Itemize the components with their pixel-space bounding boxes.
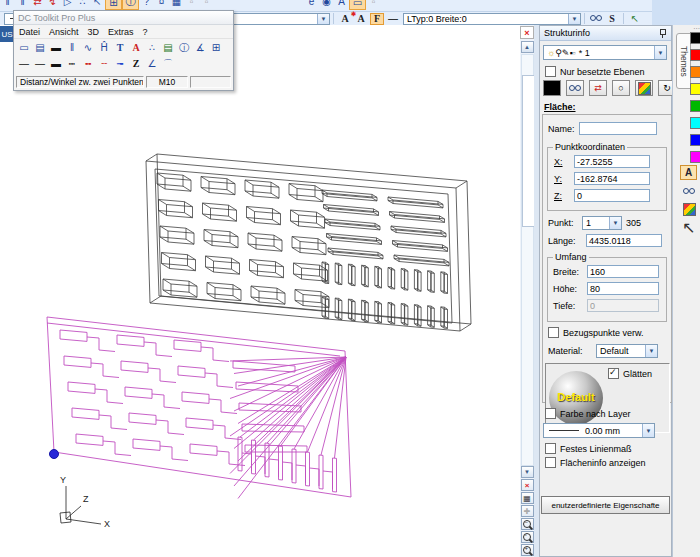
z-icon[interactable]: Z xyxy=(128,57,144,71)
chevron-down-icon[interactable]: ▼ xyxy=(642,424,654,437)
font-increase-button[interactable]: A✱ xyxy=(338,13,352,25)
bold-line-icon[interactable]: ▬ xyxy=(48,41,64,55)
palette-swatch[interactable] xyxy=(690,100,700,112)
dimension-icon[interactable]: Ĥ xyxy=(96,41,112,55)
chevron-down-icon[interactable]: ▼ xyxy=(609,217,621,229)
layers-icon[interactable]: ▤ xyxy=(160,41,176,55)
glaetten-checkbox[interactable] xyxy=(608,368,619,379)
laenge-input[interactable]: 4435.0118 xyxy=(586,234,662,247)
scroll-up-button[interactable]: ▲ xyxy=(521,41,534,53)
palette-swatch[interactable] xyxy=(690,134,700,146)
e-icon[interactable]: e xyxy=(304,0,319,9)
palette-swatch[interactable] xyxy=(690,32,700,44)
angle-dimension-icon[interactable]: ∡ xyxy=(192,41,208,55)
festes-linienmass-checkbox[interactable] xyxy=(545,443,556,454)
info-toggle-icon[interactable]: ⓘ xyxy=(122,0,139,10)
palette-swatch[interactable] xyxy=(690,49,700,61)
zoom-close-icon[interactable]: × xyxy=(521,479,534,491)
chevron-down-icon[interactable]: ▼ xyxy=(568,14,580,24)
selected-point-marker[interactable] xyxy=(49,449,59,459)
close-drawing-button[interactable]: × xyxy=(520,26,534,39)
panel-titlebar[interactable]: Strukturinfo xyxy=(540,26,671,41)
glasses-icon[interactable] xyxy=(589,13,603,25)
line-medium-icon[interactable]: — xyxy=(32,57,48,71)
layer-combobox[interactable]: ☼ ⚲ ✎ ▪ ▫ * 1 ▼ xyxy=(543,45,667,60)
glasses-icon[interactable] xyxy=(682,185,696,198)
only-occupied-checkbox[interactable] xyxy=(545,66,556,77)
bezugspunkte-checkbox[interactable] xyxy=(548,327,559,338)
swap-icon[interactable]: ⇄ xyxy=(30,0,45,9)
color-swatch-button[interactable] xyxy=(543,80,561,96)
angle-icon[interactable]: ∠ xyxy=(144,57,160,71)
menu-help[interactable]: ? xyxy=(143,27,148,37)
polyline-icon[interactable]: ∿ xyxy=(80,41,96,55)
pointer-snap-icon[interactable]: ↖ xyxy=(628,13,642,25)
z-input[interactable]: 0 xyxy=(574,189,650,202)
points-icon[interactable]: ∴ xyxy=(144,41,160,55)
farbe-nach-layer-checkbox[interactable] xyxy=(545,408,556,419)
eye-icon[interactable]: ◉ xyxy=(319,0,334,9)
menu-datei[interactable]: Datei xyxy=(19,27,40,37)
line-dashed-red-icon[interactable]: ╍ xyxy=(80,57,96,71)
chevron-down-icon[interactable]: ▼ xyxy=(645,345,657,357)
page-icon[interactable]: ▤ xyxy=(32,41,48,55)
line-thin-icon[interactable]: — xyxy=(16,57,32,71)
line-dotted-icon[interactable]: ┉ xyxy=(64,57,80,71)
pointer-icon[interactable]: ↖ xyxy=(682,221,696,234)
empty-box2-icon[interactable]: ▫ xyxy=(199,0,214,9)
s-button[interactable]: S xyxy=(605,13,619,25)
zoom-out-icon[interactable]: − xyxy=(521,518,534,530)
parallel-icon[interactable]: ‖ xyxy=(64,41,80,55)
fill-toggle-button[interactable]: F xyxy=(370,13,384,25)
parallel-icon[interactable]: ‖ xyxy=(0,0,15,9)
cad-drawing[interactable]: YZX xyxy=(0,25,520,557)
ltyp-combobox[interactable]: LTyp:0 Breite:0 ▼ xyxy=(403,13,581,25)
menu-extras[interactable]: Extras xyxy=(108,27,134,37)
palette-swatch[interactable] xyxy=(690,151,700,163)
line-thick-icon[interactable]: ▬ xyxy=(48,57,64,71)
drawing-canvas[interactable]: YZX xyxy=(0,25,520,557)
chevron-down-icon[interactable]: ▼ xyxy=(654,46,666,59)
box-toggle-icon[interactable]: ▭ xyxy=(349,0,366,10)
breite-input[interactable]: 160 xyxy=(587,265,659,278)
points-icon[interactable]: ∴ xyxy=(75,0,90,9)
cursor-icon[interactable]: ▷ xyxy=(60,0,75,9)
zoom-in-icon[interactable]: + xyxy=(521,544,534,556)
flaecheninfo-checkbox[interactable] xyxy=(545,457,556,468)
scroll-down-button[interactable]: ▼ xyxy=(521,466,534,478)
letter-a-icon[interactable]: A xyxy=(128,41,144,55)
hoehe-input[interactable]: 80 xyxy=(587,282,659,295)
palette-icon[interactable] xyxy=(682,203,696,216)
chevron-down-icon[interactable]: ▼ xyxy=(317,14,329,24)
grid-icon[interactable]: ▦ xyxy=(521,492,534,504)
panels-toggle-icon[interactable]: ⊞ xyxy=(105,0,122,10)
y-input[interactable]: -162.8764 xyxy=(574,172,650,185)
zoom-window-icon[interactable]: ▫ xyxy=(521,531,534,543)
x-input[interactable]: -27.5255 xyxy=(574,155,650,168)
help-cursor-icon[interactable]: ? xyxy=(139,0,154,9)
monitor-icon[interactable]: ▭ xyxy=(16,41,32,55)
a-icon[interactable]: A xyxy=(334,0,349,9)
menu-3d[interactable]: 3D xyxy=(88,27,100,37)
linewidth-combobox[interactable]: 0.00 mm ▼ xyxy=(543,423,655,438)
text-style-button[interactable]: A xyxy=(680,165,697,180)
empty-box-icon[interactable]: ▫ xyxy=(184,0,199,9)
menu-ansicht[interactable]: Ansicht xyxy=(49,27,79,37)
text-icon[interactable]: T xyxy=(112,41,128,55)
pan-icon[interactable]: ✚ xyxy=(521,505,534,517)
circle-button[interactable]: ○ xyxy=(612,80,630,96)
user-layer-tab[interactable]: US xyxy=(0,26,14,42)
window-titlebar[interactable]: DC Toolkit Pro Plus xyxy=(14,11,233,25)
info-icon[interactable]: ⓘ xyxy=(176,41,192,55)
vertical-scrollbar[interactable] xyxy=(521,54,534,466)
swap-arrows-button[interactable]: ⇄ xyxy=(589,80,607,96)
tab-themes[interactable]: Themes xyxy=(676,33,691,89)
panels-icon[interactable]: ⊞ xyxy=(208,41,224,55)
glasses-button[interactable] xyxy=(566,80,584,96)
palette-swatch[interactable] xyxy=(690,117,700,129)
dash-button[interactable]: — xyxy=(386,13,400,25)
line-dashdot-red-icon[interactable]: ╌ xyxy=(96,57,112,71)
custom-properties-button[interactable]: enutzerdefinierte Eigenschafte xyxy=(541,496,670,514)
scrollbar-thumb[interactable] xyxy=(522,75,535,227)
parallel2-icon[interactable]: ‖ xyxy=(15,0,30,9)
